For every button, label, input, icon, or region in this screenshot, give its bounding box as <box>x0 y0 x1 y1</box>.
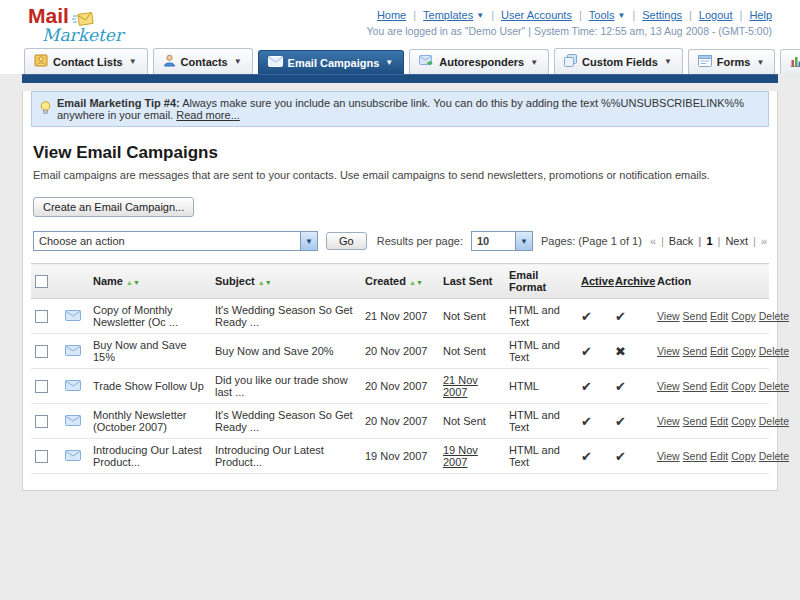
send-link[interactable]: Send <box>683 415 708 427</box>
delete-link[interactable]: Delete <box>759 310 789 322</box>
table-row: Trade Show Follow Up Did you like our tr… <box>31 369 769 404</box>
select-all-checkbox[interactable] <box>35 275 48 288</box>
view-link[interactable]: View <box>657 345 680 357</box>
tab-forms[interactable]: Forms▼ <box>688 49 776 74</box>
view-link[interactable]: View <box>657 310 680 322</box>
choose-action-select[interactable]: Choose an action ▼ <box>33 231 318 251</box>
sort-desc-icon[interactable]: ▼ <box>416 279 423 286</box>
row-checkbox[interactable] <box>35 380 48 393</box>
tab-contacts[interactable]: Contacts▼ <box>153 48 253 74</box>
archive-status-icon[interactable]: ✔ <box>611 404 653 439</box>
pagination-next[interactable]: Next <box>713 235 748 247</box>
campaign-subject: Introducing Our Latest Product... <box>211 439 361 474</box>
column-header-archive[interactable]: Archive <box>611 264 653 299</box>
view-link[interactable]: View <box>657 450 680 462</box>
logo-marketer-text: Marketer <box>42 27 178 44</box>
campaign-email-format: HTML <box>505 369 577 404</box>
nav-logout-link[interactable]: Logout <box>699 9 733 21</box>
sort-desc-icon[interactable]: ▼ <box>133 279 140 286</box>
delete-link[interactable]: Delete <box>759 380 789 392</box>
tab-autoresponders[interactable]: Autoresponders▼ <box>409 49 549 74</box>
column-header-last-sent: Last Sent <box>439 264 505 299</box>
tab-contact-lists[interactable]: Contact Lists▼ <box>24 48 148 74</box>
nav-tools-link[interactable]: Tools <box>589 9 615 21</box>
active-status-icon[interactable]: ✔ <box>577 404 611 439</box>
row-checkbox[interactable] <box>35 345 48 358</box>
copy-link[interactable]: Copy <box>731 310 756 322</box>
nav-templates-link[interactable]: Templates <box>423 9 473 21</box>
tab-label: Contacts <box>181 56 228 68</box>
copy-link[interactable]: Copy <box>731 415 756 427</box>
row-checkbox[interactable] <box>35 415 48 428</box>
row-actions: ViewSendEditCopyDelete <box>653 334 769 369</box>
edit-link[interactable]: Edit <box>710 380 728 392</box>
edit-link[interactable]: Edit <box>710 450 728 462</box>
view-link[interactable]: View <box>657 380 680 392</box>
delete-link[interactable]: Delete <box>759 345 789 357</box>
sort-desc-icon[interactable]: ▼ <box>265 279 272 286</box>
active-status-icon[interactable]: ✔ <box>577 334 611 369</box>
chevron-down-icon: ▼ <box>664 57 672 66</box>
sort-asc-icon[interactable]: ▲ <box>126 279 133 286</box>
nav-help-link[interactable]: Help <box>749 9 772 21</box>
active-status-icon[interactable]: ✔ <box>577 299 611 334</box>
campaign-name: Trade Show Follow Up <box>89 369 211 404</box>
column-header-subject[interactable]: Subject▲▼ <box>211 264 361 299</box>
tab-custom-fields[interactable]: Custom Fields▼ <box>554 48 683 74</box>
row-actions: ViewSendEditCopyDelete <box>653 439 769 474</box>
nav-user-accounts-link[interactable]: User Accounts <box>501 9 572 21</box>
pagination-back[interactable]: Back <box>656 235 693 247</box>
campaign-created-date: 19 Nov 2007 <box>361 439 439 474</box>
send-link[interactable]: Send <box>683 380 708 392</box>
active-status-icon[interactable]: ✔ <box>577 439 611 474</box>
campaign-subject: Did you like our trade show last ... <box>211 369 361 404</box>
chevron-down-icon: ▼ <box>476 11 484 20</box>
read-more-link[interactable]: Read more... <box>176 109 240 121</box>
row-checkbox[interactable] <box>35 450 48 463</box>
row-checkbox[interactable] <box>35 310 48 323</box>
column-header-created[interactable]: Created▲▼ <box>361 264 439 299</box>
delete-link[interactable]: Delete <box>759 415 789 427</box>
column-header-name[interactable]: Name▲▼ <box>89 264 211 299</box>
go-button[interactable]: Go <box>326 232 367 250</box>
chevron-down-icon: ▼ <box>530 58 538 67</box>
envelope-arrow-icon <box>419 55 434 69</box>
tab-stats[interactable]: Stats▼ <box>780 49 800 74</box>
copy-link[interactable]: Copy <box>731 380 756 392</box>
sort-asc-icon[interactable]: ▲ <box>258 279 265 286</box>
send-link[interactable]: Send <box>683 345 708 357</box>
view-link[interactable]: View <box>657 415 680 427</box>
campaign-last-sent[interactable]: 21 Nov 2007 <box>439 369 505 404</box>
campaign-last-sent[interactable]: 19 Nov 2007 <box>439 439 505 474</box>
copy-link[interactable]: Copy <box>731 450 756 462</box>
send-link[interactable]: Send <box>683 450 708 462</box>
delete-link[interactable]: Delete <box>759 450 789 462</box>
edit-link[interactable]: Edit <box>710 310 728 322</box>
pagination-last[interactable]: » <box>748 235 767 247</box>
copy-link[interactable]: Copy <box>731 345 756 357</box>
edit-link[interactable]: Edit <box>710 345 728 357</box>
archive-status-icon[interactable]: ✔ <box>611 369 653 404</box>
sort-asc-icon[interactable]: ▲ <box>409 279 416 286</box>
row-actions: ViewSendEditCopyDelete <box>653 404 769 439</box>
archive-status-icon[interactable]: ✖ <box>611 334 653 369</box>
column-header-active[interactable]: Active <box>577 264 611 299</box>
app-logo: Mail Marketer <box>28 5 178 46</box>
results-per-page-label: Results per page: <box>377 235 463 247</box>
create-campaign-button[interactable]: Create an Email Campaign... <box>33 197 194 217</box>
active-status-icon[interactable]: ✔ <box>577 369 611 404</box>
pagination-current-page[interactable]: 1 <box>693 235 712 247</box>
edit-link[interactable]: Edit <box>710 415 728 427</box>
send-link[interactable]: Send <box>683 310 708 322</box>
page-title: View Email Campaigns <box>33 143 767 163</box>
tab-email-campaigns[interactable]: Email Campaigns▼ <box>258 50 405 74</box>
nav-home-link[interactable]: Home <box>377 9 406 21</box>
archive-status-icon[interactable]: ✔ <box>611 439 653 474</box>
archive-status-icon[interactable]: ✔ <box>611 299 653 334</box>
campaign-created-date: 20 Nov 2007 <box>361 404 439 439</box>
tab-label: Contact Lists <box>53 56 123 68</box>
row-actions: ViewSendEditCopyDelete <box>653 299 769 334</box>
tab-label: Forms <box>717 56 751 68</box>
results-per-page-select[interactable]: 10 ▼ <box>471 231 533 251</box>
nav-settings-link[interactable]: Settings <box>642 9 682 21</box>
